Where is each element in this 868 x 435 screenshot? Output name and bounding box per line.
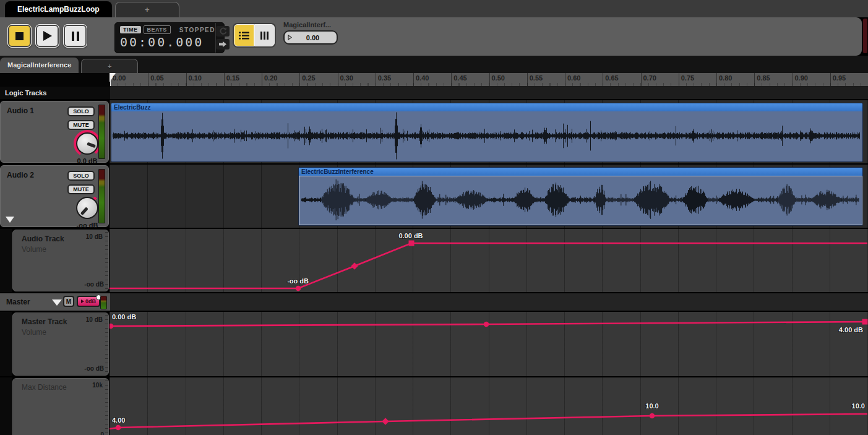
track-lane-audio2[interactable]: ElectricBuzzInterference	[110, 165, 868, 228]
audio-clip-electricbuzzinterference[interactable]: ElectricBuzzInterference	[298, 167, 863, 226]
stop-button[interactable]	[7, 24, 32, 48]
solo-button[interactable]: SOLO	[67, 171, 95, 181]
scale-ticks	[105, 232, 108, 289]
lane-gutter	[0, 229, 12, 292]
track-name: Audio 2	[7, 171, 34, 179]
tab-event[interactable]: MagicalInterference	[0, 58, 79, 73]
track-row-audio2: Audio 2 SOLO MUTE -oo dB ElectricBuzzInt…	[0, 163, 868, 228]
level-meter	[98, 169, 105, 223]
time-display-panel: TIME BEATS STOPPED 00:00.000	[114, 22, 225, 53]
parameter-value-box[interactable]: 0.00	[283, 30, 338, 45]
list-view-icon	[238, 31, 250, 40]
volume-knob[interactable]	[74, 194, 101, 222]
level-meter	[100, 296, 107, 309]
scale-ticks	[105, 315, 108, 373]
fader-play-icon	[81, 299, 84, 303]
collapse-automation-chevron[interactable]	[52, 299, 62, 306]
master-fader-badge[interactable]: 0dB	[77, 296, 100, 307]
ruler-tick-label: 0.35	[378, 74, 391, 82]
parameter-cursor-icon	[288, 35, 292, 40]
svg-text:-oo dB: -oo dB	[287, 277, 309, 285]
master-track-lane[interactable]	[110, 293, 868, 311]
ruler-tick-label: 0.45	[453, 74, 466, 82]
scale-max-label: 10 dB	[86, 316, 103, 323]
scale-min-label: 0	[100, 431, 104, 435]
scale-ticks	[105, 381, 108, 435]
ruler-tick-label: 0.15	[226, 74, 239, 82]
lane-header-audio-volume[interactable]: Audio Track Volume 10 dB -oo dB	[12, 230, 109, 291]
volume-knob[interactable]	[74, 130, 101, 157]
automation-lane-audio-volume: Audio Track Volume 10 dB -oo dB -oo dB0.…	[0, 228, 868, 292]
automation-lane-max-distance: Max Distance 10k 0 4.0010.010.0	[0, 376, 868, 435]
ruler-tick-label: 0.40	[416, 74, 429, 82]
beats-mode-button[interactable]: BEATS	[144, 25, 171, 34]
automation-curve-max-distance[interactable]: 4.0010.010.0	[110, 377, 868, 435]
audio-clip-electricbuzz[interactable]: ElectricBuzz	[111, 103, 863, 162]
automation-curve-audio-volume[interactable]: -oo dB0.00 dB	[110, 229, 868, 292]
grid-view-icon	[259, 31, 270, 40]
pause-button[interactable]	[63, 24, 87, 48]
follow-cursor-button[interactable]	[216, 39, 230, 50]
ruler-tick-label: 0.00	[113, 74, 126, 82]
play-button[interactable]	[35, 24, 59, 48]
scale-max-label: 10k	[92, 382, 103, 389]
ruler-tick-label: 0.20	[264, 74, 277, 82]
project-tab-bar: ElectricLampBuzzLoop +	[0, 0, 868, 17]
time-readout: 00:00.000	[120, 35, 215, 50]
add-project-tab-button[interactable]: +	[115, 2, 179, 17]
loop-toggle-button[interactable]	[216, 26, 230, 37]
clip-waveform	[299, 176, 862, 225]
clip-waveform	[111, 111, 862, 162]
svg-text:10.0: 10.0	[852, 402, 865, 410]
tracks-view-button[interactable]	[234, 24, 254, 46]
mute-button[interactable]: MUTE	[67, 120, 95, 130]
track-header-audio2[interactable]: Audio 2 SOLO MUTE -oo dB	[0, 165, 109, 227]
ruler-tick-label: 0.85	[757, 74, 770, 82]
ruler-tick-label: 0.55	[530, 74, 543, 82]
time-mode-button[interactable]: TIME	[120, 26, 141, 33]
lane-header-master-volume[interactable]: Master Track Volume 10 dB -oo dB	[12, 312, 109, 376]
event-parameter: MagicalInterf... 0.00	[283, 21, 338, 45]
logic-tracks-band: Logic Tracks	[0, 87, 868, 99]
transport-controls	[7, 24, 87, 48]
timeline-ruler[interactable]: 0.000.050.100.150.200.250.300.350.400.45…	[110, 73, 868, 87]
automation-curve-master-volume[interactable]: 0.00 dB4.00 dB	[110, 312, 868, 376]
knob-icon	[76, 132, 98, 155]
scale-min-label: -oo dB	[84, 281, 104, 288]
svg-text:4.00: 4.00	[112, 416, 125, 424]
timeline-ruler-row: 0.000.050.100.150.200.250.300.350.400.45…	[0, 73, 868, 87]
ruler-tick-label: 0.95	[833, 74, 846, 82]
collapse-automation-chevron[interactable]	[6, 217, 14, 223]
svg-text:0.00 dB: 0.00 dB	[112, 313, 136, 321]
lanes-view-button[interactable]	[254, 24, 275, 46]
knob-icon	[76, 197, 98, 219]
transport-toolbar: TIME BEATS STOPPED 00:00.000	[0, 17, 862, 56]
lane-gutter	[0, 312, 12, 376]
ruler-tick-label: 0.80	[719, 74, 732, 82]
daw-event-editor-window: ElectricLampBuzzLoop + TIME BEATS STOPPE…	[0, 0, 868, 435]
mute-button[interactable]: M	[63, 296, 74, 307]
stop-icon	[15, 32, 24, 40]
lane-subtitle: Volume	[22, 245, 46, 254]
mute-button[interactable]: MUTE	[67, 184, 95, 194]
ruler-tick-label: 0.30	[340, 74, 353, 82]
fader-value: 0dB	[85, 298, 96, 304]
track-lane-audio1[interactable]: ElectricBuzz	[110, 100, 868, 163]
track-row-audio1: Audio 1 SOLO MUTE 0.0 dB ElectricBuzz	[0, 99, 868, 163]
add-event-tab-button[interactable]: +	[81, 59, 138, 73]
play-icon	[43, 31, 52, 41]
solo-button[interactable]: SOLO	[67, 106, 95, 116]
pause-icon	[72, 32, 79, 41]
scale-min-label: -oo dB	[84, 365, 104, 372]
track-header-audio1[interactable]: Audio 1 SOLO MUTE 0.0 dB	[0, 101, 109, 163]
master-track-header[interactable]: Master M 0dB	[0, 293, 110, 311]
tab-project[interactable]: ElectricLampBuzzLoop	[5, 1, 112, 17]
knob-pointer	[87, 142, 96, 148]
ruler-tick-label: 0.05	[150, 74, 163, 82]
parameter-name: MagicalInterf...	[283, 21, 338, 28]
lane-title: Master Track	[22, 317, 67, 326]
window-edge-strip	[863, 19, 867, 53]
ruler-tick-label: 0.70	[643, 74, 656, 82]
transport-status: STOPPED	[179, 27, 215, 33]
lane-header-max-distance[interactable]: Max Distance 10k 0	[12, 378, 109, 435]
